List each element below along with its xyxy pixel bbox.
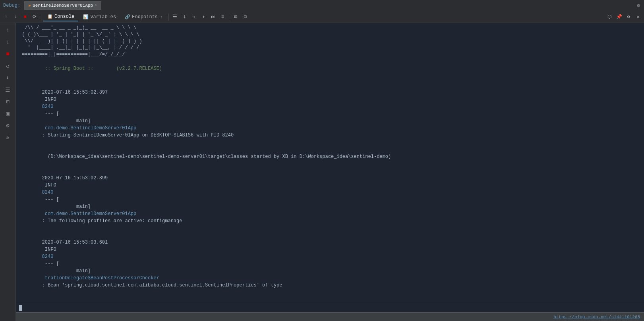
sidebar-camera-icon[interactable]: ⊡ xyxy=(2,96,14,107)
status-url[interactable]: https://blog.csdn.net/s1441101265 xyxy=(553,315,640,319)
tab-variables[interactable]: 📊 Variables xyxy=(79,13,120,21)
down-btn[interactable]: ↓ xyxy=(11,13,20,21)
menu-btn[interactable]: ☰ xyxy=(170,13,179,21)
status-bar: https://blog.csdn.net/s1441101265 xyxy=(16,312,644,321)
class-link-2[interactable]: com.demo.SentinelDemoServer01App xyxy=(42,211,165,217)
tab-endpoints[interactable]: 🔗 Endpoints → xyxy=(121,13,166,21)
sidebar-settings-icon[interactable]: ⚙ xyxy=(2,120,14,131)
sidebar-stop-icon[interactable]: ■ xyxy=(2,48,14,60)
main-layout: ↑ ↓ ■ ↺ ⬇ ☰ ⊡ ▣ ⚙ ✲ /\\ / ___'_ __ _ _(_… xyxy=(0,23,644,321)
class-link[interactable]: com.demo.SentinelDemoServer01App xyxy=(42,125,165,131)
expand-btn[interactable]: ⬡ xyxy=(605,13,614,21)
console-content[interactable]: /\\ / ___'_ __ _ _(_)_ __ __ _ \ \ \ \ (… xyxy=(16,23,644,303)
tab-endpoints-label: Endpoints xyxy=(132,14,158,20)
tab-variables-label: Variables xyxy=(90,14,116,20)
console-input-line[interactable] xyxy=(16,303,644,312)
pin-btn[interactable]: 📌 xyxy=(615,13,623,21)
threads-btn[interactable]: ⊟ xyxy=(241,13,249,21)
sidebar-scroll-icon[interactable]: ⬇ xyxy=(2,72,14,83)
ascii-art-line3: \\/ ___)| |_)| | | | | || (_| | ) ) ) ) xyxy=(19,38,641,45)
log-continuation-1: (D:\Workspace_idea\sentinel-demo\sentine… xyxy=(19,146,641,167)
tab-console[interactable]: 📋 Console xyxy=(43,13,78,21)
eval-btn[interactable]: ≡ xyxy=(218,13,227,21)
spring-boot-version: :: Spring Boot :: (v2.2.7.RELEASE) xyxy=(19,58,641,79)
step-out-btn[interactable]: ↥ xyxy=(199,13,208,21)
settings2-btn[interactable]: ⚙ xyxy=(624,13,633,21)
sidebar-down-icon[interactable]: ↓ xyxy=(2,37,14,48)
tab-arrow: → xyxy=(159,14,162,20)
ascii-art-line5: =========|_|===========|___/=/_/_/_/ xyxy=(19,51,641,58)
debug-bar: ↑ ↓ ■ ⟳ 📋 Console 📊 Variables 🔗 Endpoint… xyxy=(0,11,644,23)
log-line-1: 2020-07-16 15:53:02.897 INFO 8240 --- [ … xyxy=(19,82,641,146)
run-cursor-btn[interactable]: ⏭ xyxy=(209,13,217,21)
frames-btn[interactable]: ⊞ xyxy=(231,13,240,21)
class-link-3[interactable]: trationDelegate$BeanPostProcessorChecker xyxy=(42,275,162,281)
left-sidebar: ↑ ↓ ■ ↺ ⬇ ☰ ⊡ ▣ ⚙ ✲ xyxy=(0,23,16,321)
tab-console-label: Console xyxy=(54,14,74,19)
tab-close-icon[interactable]: × xyxy=(95,3,97,8)
log-line-2: 2020-07-16 15:53:02.899 INFO 8240 --- [ … xyxy=(19,167,641,232)
sidebar-pin-icon[interactable]: ✲ xyxy=(2,132,14,143)
step-over-btn[interactable]: ⤵ xyxy=(180,13,189,21)
sidebar-up-icon[interactable]: ↑ xyxy=(2,25,14,36)
close2-btn[interactable]: ✕ xyxy=(634,13,642,21)
sidebar-rerun-icon[interactable]: ↺ xyxy=(2,60,14,71)
app-tab[interactable]: ▶ SentinelDemoServer01App × xyxy=(24,1,101,10)
app-tab-label: SentinelDemoServer01App xyxy=(33,3,93,8)
debug-label: Debug: xyxy=(3,3,20,8)
sidebar-filter-icon[interactable]: ▣ xyxy=(2,108,14,119)
settings-gear-icon[interactable]: ⚙ xyxy=(636,2,641,10)
ascii-art-line4: ' |____| .__|_| |_|_| |_\__, | / / / / xyxy=(19,44,641,51)
log-line-3: 2020-07-16 15:53:03.601 INFO 8240 --- [ … xyxy=(19,232,641,296)
top-bar: Debug: ▶ SentinelDemoServer01App × ⚙ xyxy=(0,0,644,11)
spring-boot-label: :: Spring Boot :: (v2.2.7.RELEASE) xyxy=(42,66,162,71)
sidebar-list-icon[interactable]: ☰ xyxy=(2,84,14,95)
rerun-btn[interactable]: ⟳ xyxy=(30,13,39,21)
console-area: /\\ / ___'_ __ _ _(_)_ __ __ _ \ \ \ \ (… xyxy=(16,23,644,321)
up-btn[interactable]: ↑ xyxy=(2,13,10,21)
ascii-art-line2: ( ( )\___ | '_ | '_| | '_ \/ _` | \ \ \ … xyxy=(19,31,641,38)
cursor xyxy=(19,305,22,311)
step-into-btn[interactable]: ⤷ xyxy=(190,13,198,21)
stop-btn[interactable]: ■ xyxy=(21,13,29,21)
log-continuation-3: [com.alibaba.cloud.sentinel.SentinelProp… xyxy=(19,296,641,303)
ascii-art-line1: /\\ / ___'_ __ _ _(_)_ __ __ _ \ \ \ \ xyxy=(19,25,641,31)
